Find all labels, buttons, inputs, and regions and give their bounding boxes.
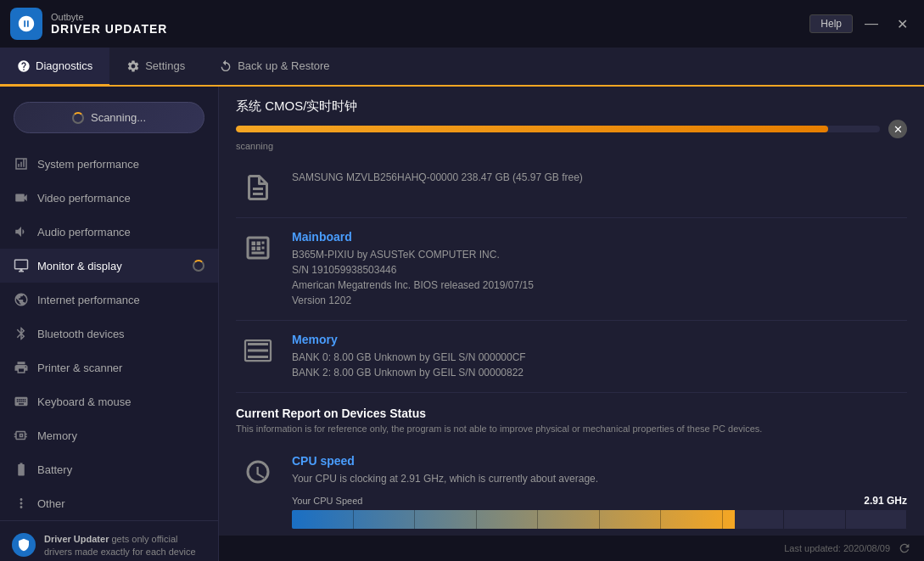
cpu-bar-wrap: Your CPU Speed 2.91 GHz (292, 495, 907, 529)
footer-text: Driver Updater gets only official driver… (44, 533, 206, 561)
shield-icon-wrap (12, 533, 36, 557)
sidebar-item-other[interactable]: Other (0, 486, 218, 520)
scan-title: 系统 CMOS/实时时钟 (236, 98, 907, 115)
last-updated-text: Last updated: 2020/08/09 (784, 543, 890, 553)
sidebar-footer: Driver Updater gets only official driver… (0, 520, 218, 561)
cpu-speed-info: CPU speed Your CPU is clocking at 2.91 G… (292, 454, 907, 529)
sidebar-item-system-performance[interactable]: System performance (0, 147, 218, 181)
scan-status: scanning (236, 141, 907, 151)
sidebar-label-printer-scanner: Printer & scanner (37, 362, 122, 374)
sidebar-label-internet-performance: Internet performance (37, 294, 140, 306)
tab-diagnostics-label: Diagnostics (36, 59, 92, 72)
memory-device-detail: BANK 0: 8.00 GB Unknown by GEIL S/N 0000… (292, 350, 907, 380)
memory-icon (14, 428, 29, 443)
cpu-speed-item: CPU speed Your CPU is clocking at 2.91 G… (236, 442, 907, 536)
audio-performance-icon (14, 224, 29, 239)
monitor-display-icon (14, 258, 29, 273)
sidebar-item-keyboard-mouse[interactable]: Keyboard & mouse (0, 384, 218, 418)
settings-tab-icon (126, 59, 140, 73)
cpu-bar-outer (292, 510, 907, 529)
tab-settings[interactable]: Settings (109, 48, 202, 87)
memory-icon-wrap (236, 333, 280, 368)
refresh-button[interactable] (897, 541, 912, 556)
printer-scanner-icon (14, 360, 29, 375)
keyboard-mouse-icon (14, 394, 29, 409)
battery-icon (14, 462, 29, 477)
diagnostics-icon (17, 59, 31, 73)
sidebar-label-monitor-display: Monitor & display (37, 260, 122, 272)
close-button[interactable]: ✕ (890, 12, 914, 36)
sidebar-item-audio-performance[interactable]: Audio performance (0, 215, 218, 249)
monitor-loading-spinner (193, 260, 204, 272)
hdd-device-icon (239, 172, 277, 203)
sidebar-label-bluetooth-devices: Bluetooth devices (37, 328, 125, 340)
cpu-speed-name: CPU speed (292, 454, 907, 468)
mainboard-device-detail: B365M-PIXIU by ASUSTeK COMPUTER INC. S/N… (292, 247, 907, 308)
device-item-memory: Memory BANK 0: 8.00 GB Unknown by GEIL S… (236, 321, 907, 393)
other-icon (14, 496, 29, 511)
content-area: 系统 CMOS/实时时钟 ✕ scanning SAMSUNG (219, 87, 924, 561)
sidebar-item-bluetooth-devices[interactable]: Bluetooth devices (0, 317, 218, 351)
sidebar-item-printer-scanner[interactable]: Printer & scanner (0, 351, 218, 384)
statusbar: Last updated: 2020/08/09 (219, 536, 924, 561)
backup-icon (219, 59, 232, 73)
app-name-bottom: DRIVER UPDATER (51, 22, 167, 36)
cpu-bar-label: Your CPU Speed (292, 496, 362, 506)
sidebar: Scanning... System performance Video per… (0, 87, 219, 561)
sidebar-item-monitor-display[interactable]: Monitor & display (0, 249, 218, 283)
sidebar-label-system-performance: System performance (37, 158, 139, 171)
sidebar-label-video-performance: Video performance (37, 192, 131, 205)
scan-header: 系统 CMOS/实时时钟 ✕ scanning (219, 87, 924, 158)
system-performance-icon (14, 156, 29, 171)
minimize-button[interactable]: — (860, 12, 883, 36)
sidebar-label-other: Other (37, 497, 65, 510)
footer-brand: Driver Updater (44, 534, 109, 544)
report-section-header: Current Report on Devices Status This in… (236, 407, 907, 435)
shield-icon (17, 538, 31, 552)
tabbar: Diagnostics Settings Back up & Restore (0, 48, 924, 87)
hdd-device-detail: SAMSUNG MZVLB256HAHQ-00000 238.47 GB (45… (292, 170, 907, 185)
video-performance-icon (14, 190, 29, 205)
progress-bar-outer (236, 126, 880, 132)
report-section-subtitle: This information is for reference only, … (236, 423, 907, 435)
report-section-title: Current Report on Devices Status (236, 407, 907, 420)
app-logo (10, 8, 42, 40)
sidebar-label-keyboard-mouse: Keyboard & mouse (37, 396, 132, 408)
sidebar-item-video-performance[interactable]: Video performance (0, 181, 218, 215)
device-item-hdd: SAMSUNG MZVLB256HAHQ-00000 238.47 GB (45… (236, 158, 907, 218)
sidebar-item-battery[interactable]: Battery (0, 452, 218, 486)
content-scroll: SAMSUNG MZVLB256HAHQ-00000 238.47 GB (45… (219, 158, 924, 536)
app-name-group: Outbyte DRIVER UPDATER (51, 12, 167, 36)
cpu-bar-grid (292, 510, 907, 529)
tab-backup-restore[interactable]: Back up & Restore (202, 48, 346, 87)
close-scan-button[interactable]: ✕ (888, 120, 907, 138)
device-item-mainboard: Mainboard B365M-PIXIU by ASUSTeK COMPUTE… (236, 218, 907, 321)
bluetooth-devices-icon (14, 326, 29, 341)
sidebar-item-internet-performance[interactable]: Internet performance (0, 283, 218, 317)
tab-diagnostics[interactable]: Diagnostics (0, 48, 109, 87)
sidebar-label-audio-performance: Audio performance (37, 226, 131, 238)
cpu-speed-icon-wrap (236, 454, 280, 490)
mainboard-device-name: Mainboard (292, 230, 907, 244)
cpu-bar-label-row: Your CPU Speed 2.91 GHz (292, 495, 907, 507)
hdd-icon-wrap (236, 170, 280, 205)
sidebar-label-battery: Battery (37, 463, 72, 476)
main-layout: Scanning... System performance Video per… (0, 87, 924, 561)
memory-device-icon (239, 335, 277, 366)
scan-spinner (72, 112, 84, 124)
memory-device-info: Memory BANK 0: 8.00 GB Unknown by GEIL S… (292, 333, 907, 380)
mainboard-icon-wrap (236, 230, 280, 266)
help-button[interactable]: Help (809, 14, 853, 33)
progress-bar-wrap: ✕ (236, 120, 907, 138)
titlebar: Outbyte DRIVER UPDATER Help — ✕ (0, 0, 924, 48)
tab-backup-restore-label: Back up & Restore (238, 59, 329, 72)
mainboard-device-icon (239, 233, 277, 263)
sidebar-item-memory[interactable]: Memory (0, 418, 218, 452)
cpu-bar-value: 2.91 GHz (864, 495, 907, 507)
internet-performance-icon (14, 292, 29, 307)
mainboard-device-info: Mainboard B365M-PIXIU by ASUSTeK COMPUTE… (292, 230, 907, 308)
progress-bar-inner (236, 126, 828, 132)
cpu-speed-desc: Your CPU is clocking at 2.91 GHz, which … (292, 471, 907, 486)
scan-button[interactable]: Scanning... (14, 102, 204, 133)
memory-device-name: Memory (292, 333, 907, 346)
